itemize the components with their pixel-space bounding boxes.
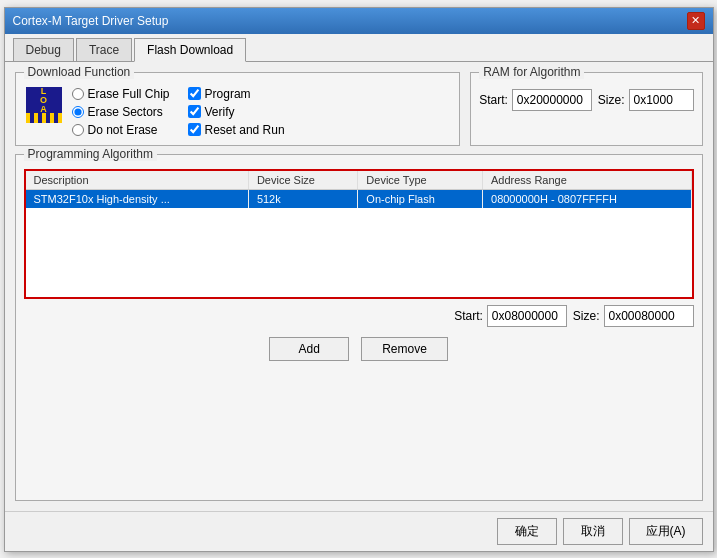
- tab-trace[interactable]: Trace: [76, 38, 132, 61]
- algo-table-wrapper: Description Device Size Device Type Addr…: [24, 169, 694, 299]
- algo-size-label: Size:: [573, 309, 600, 323]
- cancel-button[interactable]: 取消: [563, 518, 623, 545]
- cell-description: STM32F10x High-density ...: [26, 189, 249, 208]
- cell-device-size: 512k: [248, 189, 357, 208]
- program-label: Program: [205, 87, 251, 101]
- algo-header-row: Description Device Size Device Type Addr…: [26, 171, 692, 190]
- title-bar: Cortex-M Target Driver Setup ✕: [5, 8, 713, 34]
- verify-row: Verify: [188, 105, 285, 119]
- erase-options: Erase Full Chip Erase Sectors Do not Era…: [72, 85, 170, 137]
- load-icon: LOAD: [24, 85, 64, 125]
- erase-sectors-row: Erase Sectors: [72, 105, 170, 119]
- algo-table-body: STM32F10x High-density ... 512k On-chip …: [26, 189, 692, 208]
- algo-start-input[interactable]: [487, 305, 567, 327]
- window-title: Cortex-M Target Driver Setup: [13, 14, 169, 28]
- col-address-range: Address Range: [483, 171, 691, 190]
- download-function-label: Download Function: [24, 65, 135, 79]
- algo-inner: Description Device Size Device Type Addr…: [24, 163, 694, 361]
- program-options: Program Verify Reset and Run: [188, 85, 285, 137]
- cell-device-type: On-chip Flash: [358, 189, 483, 208]
- tab-flash-download[interactable]: Flash Download: [134, 38, 246, 62]
- ram-algorithm-label: RAM for Algorithm: [479, 65, 584, 79]
- verify-label: Verify: [205, 105, 235, 119]
- algo-start-group: Start:: [454, 305, 567, 327]
- reset-and-run-row: Reset and Run: [188, 123, 285, 137]
- erase-full-chip-radio[interactable]: [72, 88, 84, 100]
- top-row: Download Function LOAD: [15, 72, 703, 146]
- ram-fields: Start: Size:: [479, 81, 693, 111]
- size-label: Size:: [598, 93, 625, 107]
- reset-and-run-label: Reset and Run: [205, 123, 285, 137]
- algo-start-label: Start:: [454, 309, 483, 323]
- do-not-erase-label: Do not Erase: [88, 123, 158, 137]
- erase-sectors-label: Erase Sectors: [88, 105, 163, 119]
- do-not-erase-row: Do not Erase: [72, 123, 170, 137]
- algo-start-size-row: Start: Size:: [24, 299, 694, 333]
- main-window: Cortex-M Target Driver Setup ✕ Debug Tra…: [4, 7, 714, 552]
- algo-table: Description Device Size Device Type Addr…: [26, 171, 692, 208]
- erase-full-chip-row: Erase Full Chip: [72, 87, 170, 101]
- download-function-group: Download Function LOAD: [15, 72, 461, 146]
- program-row: Program: [188, 87, 285, 101]
- apply-button[interactable]: 应用(A): [629, 518, 703, 545]
- reset-and-run-checkbox[interactable]: [188, 123, 201, 136]
- erase-full-chip-label: Erase Full Chip: [88, 87, 170, 101]
- size-input[interactable]: [629, 89, 694, 111]
- tab-debug[interactable]: Debug: [13, 38, 74, 61]
- start-input[interactable]: [512, 89, 592, 111]
- ok-button[interactable]: 确定: [497, 518, 557, 545]
- col-device-size: Device Size: [248, 171, 357, 190]
- col-description: Description: [26, 171, 249, 190]
- erase-sectors-radio[interactable]: [72, 106, 84, 118]
- start-label: Start:: [479, 93, 508, 107]
- tab-bar: Debug Trace Flash Download: [5, 34, 713, 62]
- col-device-type: Device Type: [358, 171, 483, 190]
- programming-algorithm-group: Programming Algorithm Description Device…: [15, 154, 703, 501]
- algo-size-group: Size:: [573, 305, 694, 327]
- load-image: LOAD: [26, 87, 62, 123]
- verify-checkbox[interactable]: [188, 105, 201, 118]
- size-field-group: Size:: [598, 89, 694, 111]
- table-row[interactable]: STM32F10x High-density ... 512k On-chip …: [26, 189, 692, 208]
- algo-table-header: Description Device Size Device Type Addr…: [26, 171, 692, 190]
- do-not-erase-radio[interactable]: [72, 124, 84, 136]
- main-content: Download Function LOAD: [5, 62, 713, 511]
- programming-algorithm-label: Programming Algorithm: [24, 147, 157, 161]
- load-bottom-strip: [26, 113, 62, 123]
- algo-size-input[interactable]: [604, 305, 694, 327]
- algo-button-row: Add Remove: [24, 337, 694, 361]
- close-button[interactable]: ✕: [687, 12, 705, 30]
- remove-button[interactable]: Remove: [361, 337, 448, 361]
- ram-algorithm-group: RAM for Algorithm Start: Size:: [470, 72, 702, 146]
- footer: 确定 取消 应用(A): [5, 511, 713, 551]
- cell-address-range: 08000000H - 0807FFFFH: [483, 189, 691, 208]
- start-field-group: Start:: [479, 89, 592, 111]
- add-button[interactable]: Add: [269, 337, 349, 361]
- program-checkbox[interactable]: [188, 87, 201, 100]
